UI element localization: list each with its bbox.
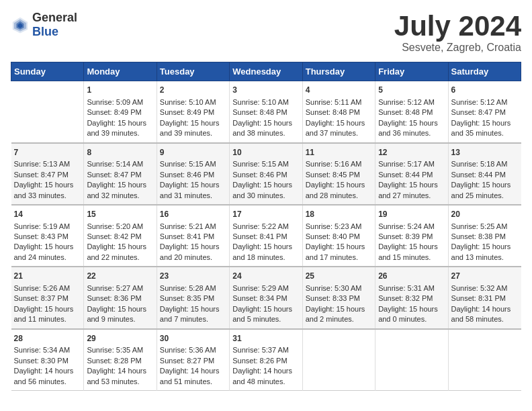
calendar-cell: 5Sunrise: 5:12 AMSunset: 8:48 PMDaylight… (375, 81, 448, 143)
cell-info: Sunrise: 5:31 AM (378, 283, 445, 293)
calendar-cell: 7Sunrise: 5:13 AMSunset: 8:47 PMDaylight… (11, 143, 84, 205)
calendar-table: SundayMondayTuesdayWednesdayThursdayFrid… (11, 62, 521, 391)
day-number: 16 (160, 209, 226, 220)
page-title: July 2024 (394, 11, 521, 42)
cell-info: Daylight: 14 hours and 51 minutes. (160, 366, 226, 387)
day-number: 15 (87, 209, 153, 220)
calendar-cell: 11Sunrise: 5:16 AMSunset: 8:45 PMDayligh… (302, 143, 375, 205)
cell-info: Daylight: 15 hours and 11 minutes. (14, 304, 81, 325)
cell-info: Sunrise: 5:15 AM (232, 159, 299, 169)
cell-info: Sunrise: 5:15 AM (160, 159, 226, 169)
cell-info: Daylight: 15 hours and 18 minutes. (232, 242, 299, 263)
calendar-cell: 13Sunrise: 5:18 AMSunset: 8:44 PMDayligh… (448, 143, 521, 205)
cell-info: Sunrise: 5:14 AM (87, 159, 153, 169)
cell-info: Daylight: 14 hours and 48 minutes. (232, 366, 299, 387)
cell-info: Sunset: 8:31 PM (451, 293, 519, 304)
cell-info: Sunset: 8:46 PM (232, 170, 299, 180)
day-number: 1 (87, 85, 153, 96)
day-number: 23 (160, 271, 226, 282)
day-number: 24 (232, 271, 299, 282)
cell-info: Daylight: 15 hours and 37 minutes. (306, 118, 372, 139)
cell-info: Sunset: 8:39 PM (378, 232, 445, 242)
day-number: 17 (232, 209, 299, 220)
calendar-week-row: 14Sunrise: 5:19 AMSunset: 8:43 PMDayligh… (11, 205, 521, 267)
page-header: General Blue July 2024 Sesvete, Zagreb, … (11, 11, 521, 54)
day-number: 3 (232, 85, 299, 96)
day-number: 12 (378, 147, 445, 158)
calendar-cell: 19Sunrise: 5:24 AMSunset: 8:39 PMDayligh… (375, 205, 448, 267)
day-number: 11 (306, 147, 372, 158)
cell-info: Sunrise: 5:26 AM (14, 283, 81, 293)
cell-info: Sunset: 8:40 PM (306, 232, 372, 242)
cell-info: Daylight: 15 hours and 13 minutes. (451, 242, 519, 263)
day-number: 30 (160, 333, 226, 345)
cell-info: Sunset: 8:47 PM (14, 170, 81, 180)
header-thursday: Thursday (302, 62, 375, 81)
cell-info: Daylight: 15 hours and 39 minutes. (160, 118, 226, 139)
cell-info: Sunrise: 5:37 AM (232, 345, 299, 355)
cell-info: Sunset: 8:32 PM (378, 293, 445, 304)
cell-info: Sunset: 8:28 PM (87, 356, 153, 366)
header-friday: Friday (375, 62, 448, 81)
calendar-cell: 27Sunrise: 5:32 AMSunset: 8:31 PMDayligh… (448, 267, 521, 328)
cell-info: Sunrise: 5:34 AM (14, 345, 81, 355)
cell-info: Sunrise: 5:19 AM (14, 222, 81, 232)
cell-info: Sunrise: 5:23 AM (306, 222, 372, 232)
day-number: 9 (160, 147, 226, 158)
calendar-cell: 31Sunrise: 5:37 AMSunset: 8:26 PMDayligh… (230, 329, 302, 391)
cell-info: Daylight: 15 hours and 38 minutes. (232, 118, 299, 139)
cell-info: Daylight: 15 hours and 33 minutes. (14, 180, 81, 201)
calendar-cell: 10Sunrise: 5:15 AMSunset: 8:46 PMDayligh… (230, 143, 302, 205)
logo-blue: Blue (32, 25, 58, 38)
header-wednesday: Wednesday (230, 62, 302, 81)
day-number: 20 (451, 209, 519, 220)
day-number: 6 (451, 85, 519, 96)
calendar-cell: 26Sunrise: 5:31 AMSunset: 8:32 PMDayligh… (375, 267, 448, 328)
cell-info: Daylight: 15 hours and 25 minutes. (451, 180, 519, 201)
header-saturday: Saturday (448, 62, 521, 81)
logo-general: General (32, 11, 77, 24)
cell-info: Sunset: 8:48 PM (232, 107, 299, 118)
day-number: 14 (14, 209, 81, 220)
day-number: 13 (451, 147, 519, 158)
cell-info: Sunrise: 5:21 AM (160, 222, 226, 232)
calendar-week-row: 7Sunrise: 5:13 AMSunset: 8:47 PMDaylight… (11, 143, 521, 205)
calendar-cell: 29Sunrise: 5:35 AMSunset: 8:28 PMDayligh… (84, 329, 157, 391)
cell-info: Sunrise: 5:20 AM (87, 222, 153, 232)
calendar-week-row: 1Sunrise: 5:09 AMSunset: 8:49 PMDaylight… (11, 81, 521, 143)
calendar-cell (11, 81, 84, 143)
header-sunday: Sunday (11, 62, 84, 81)
cell-info: Sunset: 8:45 PM (306, 170, 372, 180)
cell-info: Sunrise: 5:10 AM (232, 97, 299, 107)
cell-info: Daylight: 15 hours and 31 minutes. (160, 180, 226, 201)
cell-info: Sunset: 8:33 PM (306, 293, 372, 304)
day-number: 22 (87, 271, 153, 282)
cell-info: Sunrise: 5:13 AM (14, 159, 81, 169)
day-number: 25 (306, 271, 372, 282)
calendar-cell: 18Sunrise: 5:23 AMSunset: 8:40 PMDayligh… (302, 205, 375, 267)
calendar-cell: 17Sunrise: 5:22 AMSunset: 8:41 PMDayligh… (230, 205, 302, 267)
cell-info: Sunset: 8:35 PM (160, 293, 226, 304)
cell-info: Sunset: 8:48 PM (306, 107, 372, 118)
cell-info: Sunrise: 5:10 AM (160, 97, 226, 107)
calendar-cell (375, 329, 448, 391)
cell-info: Daylight: 15 hours and 22 minutes. (87, 242, 153, 263)
cell-info: Daylight: 15 hours and 5 minutes. (232, 304, 299, 325)
calendar-cell (448, 329, 521, 391)
cell-info: Daylight: 15 hours and 28 minutes. (306, 180, 372, 201)
cell-info: Sunset: 8:37 PM (14, 293, 81, 304)
cell-info: Sunrise: 5:16 AM (306, 159, 372, 169)
calendar-cell: 23Sunrise: 5:28 AMSunset: 8:35 PMDayligh… (157, 267, 229, 328)
calendar-cell: 6Sunrise: 5:12 AMSunset: 8:47 PMDaylight… (448, 81, 521, 143)
cell-info: Sunrise: 5:18 AM (451, 159, 519, 169)
cell-info: Sunset: 8:47 PM (87, 170, 153, 180)
day-number: 7 (14, 147, 81, 158)
day-number: 27 (451, 271, 519, 282)
cell-info: Sunset: 8:48 PM (378, 107, 445, 118)
header-tuesday: Tuesday (157, 62, 229, 81)
calendar-cell: 24Sunrise: 5:29 AMSunset: 8:34 PMDayligh… (230, 267, 302, 328)
cell-info: Daylight: 14 hours and 53 minutes. (87, 366, 153, 387)
header-monday: Monday (84, 62, 157, 81)
cell-info: Daylight: 15 hours and 20 minutes. (160, 242, 226, 263)
calendar-cell: 15Sunrise: 5:20 AMSunset: 8:42 PMDayligh… (84, 205, 157, 267)
